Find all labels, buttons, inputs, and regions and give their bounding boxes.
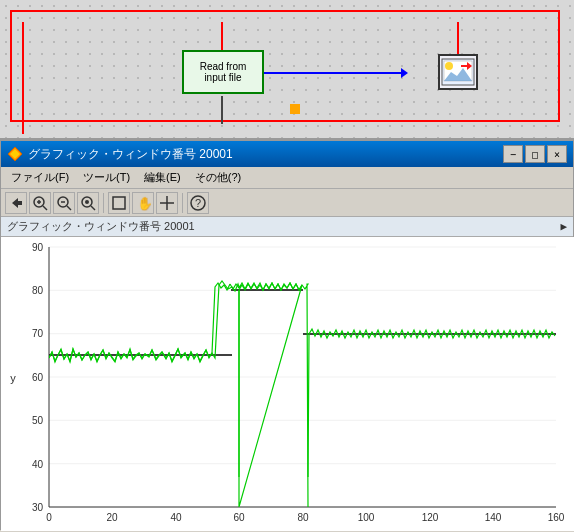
svg-rect-24 (1, 237, 574, 531)
toolbar-pan-btn[interactable]: ✋ (132, 192, 154, 214)
svg-marker-7 (12, 198, 22, 208)
vert-down-node (221, 96, 223, 124)
toolbar-sep1 (103, 193, 104, 213)
svg-text:50: 50 (32, 415, 44, 426)
status-text: グラフィック・ウィンドウ番号 20001 (7, 219, 195, 234)
toolbar-zoom-out-btn[interactable] (53, 192, 75, 214)
toolbar-zoom-fit-btn[interactable] (77, 192, 99, 214)
maximize-button[interactable]: □ (525, 145, 545, 163)
select-icon (111, 195, 127, 211)
window-icon (7, 146, 23, 162)
arrow-down-to-img (457, 22, 459, 56)
window-title: グラフィック・ウィンドウ番号 20001 (28, 146, 233, 163)
svg-text:0: 0 (46, 512, 52, 523)
svg-rect-18 (113, 197, 125, 209)
pan-icon: ✋ (135, 195, 151, 211)
svg-text:40: 40 (170, 512, 182, 523)
svg-text:60: 60 (233, 512, 245, 523)
arrow-left-icon (8, 195, 24, 211)
svg-point-17 (85, 200, 89, 204)
svg-text:40: 40 (32, 459, 44, 470)
toolbar-crosshair-btn[interactable] (156, 192, 178, 214)
y-axis-label: y (10, 372, 16, 384)
help-icon: ? (190, 195, 206, 211)
svg-text:60: 60 (32, 372, 44, 383)
titlebar-left: グラフィック・ウィンドウ番号 20001 (7, 146, 233, 163)
svg-text:80: 80 (297, 512, 309, 523)
crosshair-icon (159, 195, 175, 211)
svg-point-3 (445, 62, 453, 70)
svg-text:120: 120 (422, 512, 439, 523)
window-toolbar: ✋ ? (1, 189, 573, 217)
menu-file[interactable]: ファイル(F) (5, 169, 75, 186)
svg-text:100: 100 (358, 512, 375, 523)
svg-text:✋: ✋ (137, 195, 151, 211)
arrow-down-to-node (221, 22, 223, 52)
read-input-node[interactable]: Read frominput file (182, 50, 264, 94)
svg-text:30: 30 (32, 502, 44, 513)
menu-tools[interactable]: ツール(T) (77, 169, 136, 186)
svg-text:140: 140 (485, 512, 502, 523)
svg-text:20: 20 (106, 512, 118, 523)
simulation-panel: Read frominput file (0, 0, 574, 140)
svg-text:80: 80 (32, 285, 44, 296)
status-right-arrow: ▶ (560, 220, 567, 233)
close-button[interactable]: × (547, 145, 567, 163)
sim-border-box: Read frominput file (10, 10, 560, 122)
graphic-window: グラフィック・ウィンドウ番号 20001 − □ × ファイル(F) ツール(T… (0, 140, 574, 530)
toolbar-help-btn[interactable]: ? (187, 192, 209, 214)
zoom-out-icon (56, 195, 72, 211)
svg-text:90: 90 (32, 242, 44, 253)
window-menubar: ファイル(F) ツール(T) 編集(E) その他(?) (1, 167, 573, 189)
image-output-node[interactable] (438, 54, 478, 90)
svg-text:160: 160 (548, 512, 565, 523)
image-icon (441, 58, 475, 86)
menu-edit[interactable]: 編集(E) (138, 169, 187, 186)
left-vertical-line (22, 22, 24, 134)
svg-line-16 (91, 206, 95, 210)
toolbar-zoom-in-btn[interactable] (29, 192, 51, 214)
titlebar-buttons: − □ × (503, 145, 567, 163)
toolbar-back-btn[interactable] (5, 192, 27, 214)
orange-square (290, 104, 300, 114)
node-label: Read frominput file (200, 61, 247, 83)
menu-other[interactable]: その他(?) (189, 169, 247, 186)
svg-text:70: 70 (32, 328, 44, 339)
window-status-bar: グラフィック・ウィンドウ番号 20001 ▶ (1, 217, 573, 237)
zoom-in-icon (32, 195, 48, 211)
toolbar-sep2 (182, 193, 183, 213)
window-titlebar: グラフィック・ウィンドウ番号 20001 − □ × (1, 141, 573, 167)
horizontal-arrow (264, 72, 402, 74)
chart-area: 90 80 70 60 50 40 30 y 0 20 40 60 80 100… (1, 237, 574, 531)
svg-text:?: ? (195, 197, 201, 209)
svg-line-9 (43, 206, 47, 210)
chart-svg: 90 80 70 60 50 40 30 y 0 20 40 60 80 100… (1, 237, 574, 531)
svg-line-13 (67, 206, 71, 210)
minimize-button[interactable]: − (503, 145, 523, 163)
zoom-fit-icon (80, 195, 96, 211)
toolbar-select-btn[interactable] (108, 192, 130, 214)
